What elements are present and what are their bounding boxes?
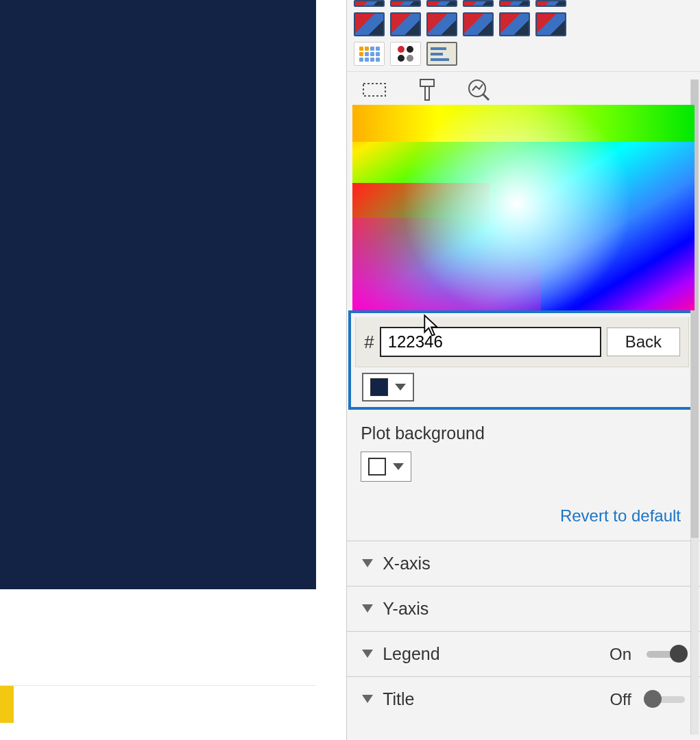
viz-type-tile[interactable] <box>535 12 566 36</box>
viz-type-tile[interactable] <box>390 42 421 66</box>
report-canvas-area[interactable] <box>0 0 316 740</box>
color-spectrum-picker[interactable] <box>352 105 695 310</box>
chevron-down-icon <box>362 559 373 567</box>
report-page-background[interactable] <box>0 0 316 589</box>
pane-tabs <box>347 71 700 105</box>
active-page-tab-indicator[interactable] <box>0 686 14 723</box>
legend-accordion[interactable]: Legend On <box>347 631 700 676</box>
chevron-down-icon <box>362 604 373 613</box>
title-toggle-label: Off <box>610 690 631 709</box>
plot-background-swatch <box>368 458 386 476</box>
status-bar <box>0 685 316 723</box>
y-axis-label: Y-axis <box>383 599 429 619</box>
visualizations-format-panel: # Back Plot background Revert to default… <box>347 0 700 740</box>
plot-background-color-dropdown[interactable] <box>361 452 411 482</box>
chevron-down-icon <box>362 650 373 658</box>
title-accordion[interactable]: Title Off <box>347 676 700 722</box>
x-axis-accordion[interactable]: X-axis <box>347 541 700 586</box>
viz-type-tile[interactable] <box>535 0 566 7</box>
viz-type-tile[interactable] <box>499 12 530 36</box>
visualization-gallery <box>347 0 700 71</box>
back-button[interactable]: Back <box>607 328 680 356</box>
title-toggle[interactable] <box>647 696 685 703</box>
plot-background-label: Plot background <box>361 423 686 443</box>
hex-color-highlight-box: # Back <box>348 310 696 410</box>
hex-hash-label: # <box>364 332 374 353</box>
viz-type-tile[interactable] <box>499 0 530 7</box>
x-axis-label: X-axis <box>383 554 430 574</box>
legend-toggle-label: On <box>610 645 631 664</box>
viz-type-tile[interactable] <box>426 12 457 36</box>
viz-type-tile[interactable] <box>463 12 494 36</box>
viz-type-tile[interactable] <box>390 12 421 36</box>
chevron-down-icon <box>395 384 406 391</box>
viz-type-tile[interactable] <box>354 42 385 66</box>
color-swatch-dropdown[interactable] <box>362 373 414 402</box>
viz-type-tile[interactable] <box>390 0 421 7</box>
chevron-down-icon <box>393 463 404 470</box>
viz-type-tile[interactable] <box>354 0 385 7</box>
svg-rect-0 <box>363 84 385 96</box>
revert-to-default-link[interactable]: Revert to default <box>347 487 700 541</box>
viz-type-tile[interactable] <box>463 0 494 7</box>
svg-rect-2 <box>425 86 429 100</box>
y-axis-accordion[interactable]: Y-axis <box>347 586 700 631</box>
title-label: Title <box>383 689 414 709</box>
viz-type-tile[interactable] <box>426 0 457 7</box>
viz-type-tile[interactable] <box>426 42 457 66</box>
plot-background-section: Plot background <box>347 410 700 487</box>
svg-rect-1 <box>420 79 434 86</box>
analytics-tab-icon[interactable] <box>465 77 492 102</box>
legend-label: Legend <box>383 644 439 664</box>
fields-tab-icon[interactable] <box>361 77 388 102</box>
selected-color-swatch <box>370 378 388 396</box>
legend-toggle[interactable] <box>647 651 685 658</box>
svg-line-4 <box>483 94 489 100</box>
chevron-down-icon <box>362 695 373 703</box>
hex-color-input[interactable] <box>380 327 601 357</box>
viz-type-tile[interactable] <box>354 12 385 36</box>
format-tab-icon[interactable] <box>413 77 440 102</box>
canvas-gutter <box>316 0 347 740</box>
